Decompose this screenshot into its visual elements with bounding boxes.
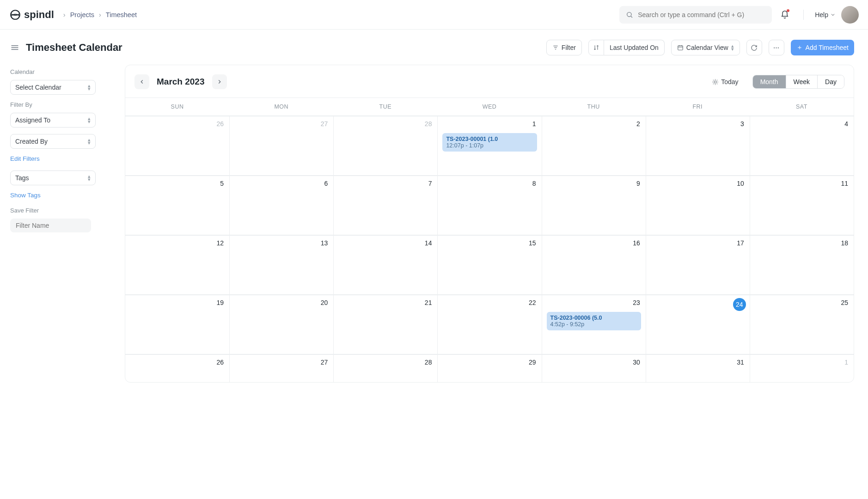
- more-button[interactable]: [769, 40, 784, 55]
- calendar-cell[interactable]: 22: [437, 295, 541, 354]
- calendar-cell[interactable]: 23TS-2023-00006 (5.04:52p - 9:52p: [542, 295, 646, 354]
- calendar-cell[interactable]: 16: [542, 235, 646, 294]
- day-number: 9: [636, 180, 640, 187]
- calendar-cell[interactable]: 6: [229, 176, 333, 235]
- select-calendar[interactable]: Select Calendar ▴▾: [10, 80, 96, 95]
- day-number: 22: [529, 299, 536, 306]
- calendar-cell[interactable]: 4: [750, 116, 854, 175]
- event-time: 12:07p - 1:07p: [446, 142, 533, 149]
- sort-arrows-icon: ▴▾: [88, 117, 91, 123]
- calendar-cell[interactable]: 26: [125, 116, 229, 175]
- calendar-cell[interactable]: 25: [750, 295, 854, 354]
- calendar-cell[interactable]: 1: [750, 354, 854, 382]
- calendar-cell[interactable]: 9: [542, 176, 646, 235]
- add-timesheet-button[interactable]: ＋ Add Timesheet: [791, 40, 854, 55]
- calendar-cell[interactable]: 18: [750, 235, 854, 294]
- day-number: 11: [841, 180, 848, 187]
- created-by-select[interactable]: Created By ▴▾: [10, 134, 96, 149]
- day-number: 14: [425, 239, 432, 247]
- day-number: 19: [217, 299, 224, 306]
- plus-icon: ＋: [796, 43, 803, 52]
- calendar-cell[interactable]: 5: [125, 176, 229, 235]
- tags-select[interactable]: Tags ▴▾: [10, 170, 96, 185]
- calendar-cell[interactable]: 20: [229, 295, 333, 354]
- prev-month-button[interactable]: [134, 74, 149, 89]
- day-number: 26: [217, 120, 224, 128]
- svg-line-24: [717, 79, 717, 80]
- global-search[interactable]: [619, 6, 772, 24]
- brand-logo[interactable]: spindl: [9, 9, 54, 21]
- calendar-cell[interactable]: 21: [333, 295, 437, 354]
- calendar-cell[interactable]: 17: [646, 235, 750, 294]
- assigned-to-select[interactable]: Assigned To ▴▾: [10, 113, 96, 128]
- event-title: TS-2023-00006 (5.0: [550, 315, 637, 321]
- day-number: 17: [737, 239, 744, 247]
- brand-name: spindl: [24, 9, 54, 21]
- calendar-cell[interactable]: 27: [229, 116, 333, 175]
- svg-point-16: [714, 81, 716, 83]
- breadcrumb-projects[interactable]: Projects: [70, 11, 94, 18]
- view-tab-week[interactable]: Week: [786, 75, 818, 88]
- calendar-cell[interactable]: 8: [437, 176, 541, 235]
- calendar-event[interactable]: TS-2023-00001 (1.012:07p - 1:07p: [442, 133, 537, 152]
- edit-filters-link[interactable]: Edit Filters: [10, 155, 112, 162]
- calendar-cell[interactable]: 11: [750, 176, 854, 235]
- view-tab-month[interactable]: Month: [753, 75, 786, 88]
- svg-point-13: [774, 47, 775, 48]
- sidebar-toggle[interactable]: [10, 43, 19, 52]
- day-number: 29: [529, 359, 536, 366]
- calendar-cell[interactable]: 29: [437, 354, 541, 382]
- sort-field-button[interactable]: Last Updated On: [604, 40, 665, 55]
- svg-rect-9: [678, 46, 683, 50]
- breadcrumb-timesheet[interactable]: Timesheet: [106, 11, 137, 18]
- day-number: 28: [425, 359, 432, 366]
- calendar-cell[interactable]: 28: [333, 116, 437, 175]
- user-avatar[interactable]: [841, 6, 859, 24]
- sort-arrows-icon: ▴▾: [88, 138, 91, 145]
- calendar-cell[interactable]: 12: [125, 235, 229, 294]
- calendar-cell[interactable]: 30: [542, 354, 646, 382]
- day-number: 26: [217, 359, 224, 366]
- calendar-event[interactable]: TS-2023-00006 (5.04:52p - 9:52p: [547, 312, 641, 330]
- next-month-button[interactable]: [212, 74, 227, 89]
- calendar-cell[interactable]: 27: [229, 354, 333, 382]
- calendar-cell[interactable]: 26: [125, 354, 229, 382]
- calendar-cell[interactable]: 28: [333, 354, 437, 382]
- svg-line-21: [713, 79, 714, 80]
- calendar-cell[interactable]: 10: [646, 176, 750, 235]
- svg-point-1: [627, 12, 631, 16]
- show-tags-link[interactable]: Show Tags: [10, 192, 112, 199]
- chevron-down-icon: ▴▾: [731, 44, 734, 51]
- day-number: 16: [633, 239, 640, 247]
- filter-name-input[interactable]: [10, 219, 91, 232]
- view-mode-button[interactable]: Calendar View ▴▾: [671, 40, 740, 55]
- calendar-cell[interactable]: 15: [437, 235, 541, 294]
- calendar-cell[interactable]: 7: [333, 176, 437, 235]
- calendar-cell[interactable]: 24: [646, 295, 750, 354]
- calendar-cell[interactable]: 2: [542, 116, 646, 175]
- filter-button[interactable]: Filter: [546, 40, 582, 55]
- sun-icon: [712, 79, 719, 85]
- breadcrumb: › Projects › Timesheet: [63, 11, 137, 18]
- today-button[interactable]: Today: [712, 78, 738, 85]
- svg-line-23: [713, 83, 714, 84]
- calendar-cell[interactable]: 13: [229, 235, 333, 294]
- help-menu[interactable]: Help: [815, 11, 836, 18]
- calendar-cell[interactable]: 3: [646, 116, 750, 175]
- refresh-button[interactable]: [746, 40, 762, 55]
- calendar-cell[interactable]: 1TS-2023-00001 (1.012:07p - 1:07p: [437, 116, 541, 175]
- svg-line-2: [631, 16, 632, 18]
- day-number: 25: [841, 299, 848, 306]
- notifications-button[interactable]: [777, 7, 792, 22]
- day-number: 18: [841, 239, 848, 247]
- search-input[interactable]: [638, 11, 765, 18]
- sort-direction-button[interactable]: [588, 40, 604, 55]
- save-filter-heading: Save Filter: [10, 207, 112, 214]
- logo-icon: [9, 9, 21, 21]
- calendar-cell[interactable]: 14: [333, 235, 437, 294]
- calendar-heading: Calendar: [10, 68, 112, 75]
- view-tab-day[interactable]: Day: [817, 75, 844, 88]
- calendar-cell[interactable]: 31: [646, 354, 750, 382]
- calendar-cell[interactable]: 19: [125, 295, 229, 354]
- day-number: 5: [220, 180, 224, 187]
